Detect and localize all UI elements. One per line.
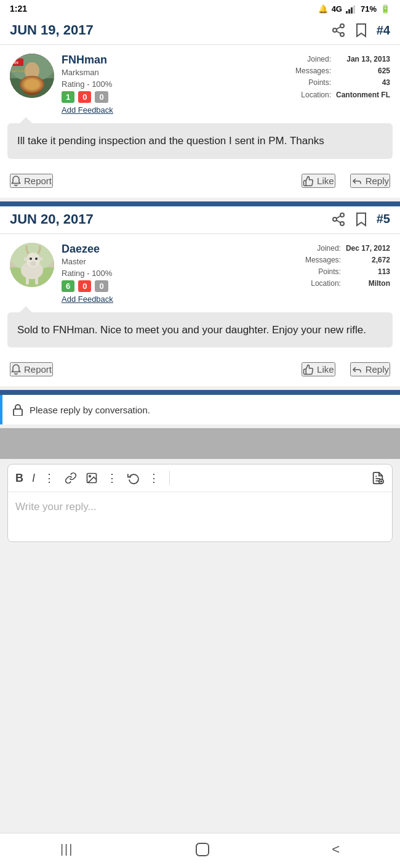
battery-level: 71% [361, 4, 377, 14]
svg-point-19 [340, 222, 344, 225]
status-bar: 1:21 🔔 4G 71% 🔋 [0, 0, 400, 17]
reply-icon [351, 175, 362, 187]
post5-add-feedback[interactable]: Add Feedback [62, 294, 113, 304]
post4-badge-negative[interactable]: 0 [78, 91, 91, 103]
post4-report-button[interactable]: Report [10, 174, 53, 188]
post5-username: Daezee [62, 243, 113, 256]
nav-home-icon[interactable] [194, 841, 211, 858]
post4-joined-value: Jan 13, 2013 [336, 54, 390, 65]
svg-rect-0 [346, 11, 348, 14]
bell-icon [11, 175, 21, 187]
post4-badges: 1 0 0 [62, 91, 113, 103]
draft-icon[interactable] [371, 471, 385, 485]
post5-thumbs-up-icon [303, 363, 314, 375]
post5-reply-button[interactable]: Reply [350, 362, 390, 376]
post4-like-button[interactable]: Like [302, 174, 335, 188]
post5-bookmark-icon[interactable] [354, 212, 368, 227]
post5-number: #5 [377, 212, 390, 226]
nav-menu-icon[interactable]: ||| [60, 842, 74, 856]
bold-button[interactable]: B [15, 472, 23, 485]
svg-point-36 [89, 476, 91, 477]
svg-text:AMERICANS: AMERICANS [12, 70, 26, 73]
wifi-bars [346, 4, 357, 14]
post5-badge-neutral[interactable]: 0 [95, 280, 108, 292]
bookmark-icon[interactable] [354, 23, 368, 38]
bottom-navigation: ||| < [0, 833, 400, 868]
post5-like-label: Like [317, 364, 334, 375]
post4-date: JUN 19, 2017 [10, 22, 94, 38]
post5-badge-negative[interactable]: 0 [78, 280, 91, 292]
lock-notice: Please reply by conversation. [0, 395, 400, 424]
post5-message: Sold to FNHman. Nice to meet you and you… [7, 312, 393, 348]
post5-location-value: Milton [346, 278, 390, 290]
more-options-3[interactable]: ⋮ [148, 471, 161, 485]
post5-like-button[interactable]: Like [302, 362, 335, 376]
post4-points-label: Points: [295, 77, 331, 89]
share-icon[interactable] [331, 23, 346, 38]
thumbs-up-icon [303, 175, 314, 187]
svg-line-20 [336, 220, 340, 222]
notification-icon: 🔔 [318, 4, 328, 14]
bottom-spacer [0, 547, 400, 596]
post5-share-icon[interactable] [331, 212, 346, 227]
signal-icon: 4G [332, 4, 342, 14]
post5-user-info: Daezee Master Rating - 100% 6 0 0 Add Fe… [0, 234, 400, 312]
lock-notice-text: Please reply by conversation. [30, 405, 150, 415]
post5-badge-positive[interactable]: 6 [62, 280, 74, 292]
battery-icon: 🔋 [380, 4, 390, 14]
post5-joined-label: Joined: [305, 243, 341, 254]
post5-badges: 6 0 0 [62, 280, 113, 292]
post5-rating: Rating - 100% [62, 269, 112, 278]
svg-point-18 [333, 217, 337, 221]
status-icons: 🔔 4G 71% 🔋 [318, 4, 390, 14]
post4-messages-value: 625 [336, 65, 390, 77]
post4-username: FNHman [62, 54, 113, 67]
post4-reply-label: Reply [366, 176, 389, 186]
post5-section: Daezee Master Rating - 100% 6 0 0 Add Fe… [0, 234, 400, 387]
reply-editor[interactable]: B I ⋮ ⋮ ⋮ [7, 464, 393, 542]
image-icon[interactable] [86, 472, 98, 484]
nav-back-icon[interactable]: < [332, 842, 340, 858]
post4-messages-label: Messages: [295, 65, 331, 77]
post5-messages-label: Messages: [305, 254, 341, 266]
reply-input[interactable]: Write your reply... [8, 492, 392, 541]
section-divider-1 [0, 201, 400, 206]
lock-icon [12, 404, 23, 416]
post4-rating: Rating - 100% [62, 79, 112, 89]
svg-point-4 [340, 24, 344, 28]
post4-section: ATF AMERICANS FNHman Marksman Rating - 1… [0, 45, 400, 198]
post4-report-label: Report [24, 176, 52, 186]
post5-reply-label: Reply [366, 364, 389, 375]
post4-rating-row: Rating - 100% [62, 79, 113, 89]
svg-point-6 [340, 33, 344, 36]
post4-points-value: 43 [336, 77, 390, 89]
post5-user-details: Daezee Master Rating - 100% 6 0 0 Add Fe… [62, 243, 390, 304]
post5-report-button[interactable]: Report [10, 362, 53, 376]
post5-messages-value: 2,672 [346, 254, 390, 266]
post4-avatar: ATF AMERICANS [10, 54, 54, 98]
svg-point-29 [30, 258, 32, 260]
italic-button[interactable]: I [32, 472, 35, 485]
more-options-2[interactable]: ⋮ [106, 471, 119, 485]
post4-user-info: ATF AMERICANS FNHman Marksman Rating - 1… [0, 45, 400, 123]
status-time: 1:21 [10, 4, 27, 14]
svg-rect-32 [26, 277, 29, 285]
post5-stats: Joined: Messages: Points: Location: Dec … [305, 243, 390, 290]
svg-rect-43 [196, 843, 209, 856]
post5-points-value: 113 [346, 266, 390, 278]
post4-badge-neutral[interactable]: 0 [95, 91, 108, 103]
post4-location-label: Location: [295, 89, 331, 101]
link-icon[interactable] [65, 472, 77, 484]
svg-rect-1 [348, 9, 350, 14]
post4-add-feedback[interactable]: Add Feedback [62, 105, 113, 115]
post4-user-details: FNHman Marksman Rating - 100% 1 0 0 Add … [62, 54, 390, 115]
post4-badge-positive[interactable]: 1 [62, 91, 74, 103]
post5-points-label: Points: [305, 266, 341, 278]
more-options-1[interactable]: ⋮ [44, 471, 56, 485]
post5-report-label: Report [24, 364, 52, 375]
undo-icon[interactable] [127, 472, 140, 484]
post4-reply-button[interactable]: Reply [350, 174, 390, 188]
post5-header: JUN 20, 2017 #5 [0, 206, 400, 234]
svg-rect-33 [35, 277, 38, 285]
post5-rank: Master [62, 257, 113, 266]
